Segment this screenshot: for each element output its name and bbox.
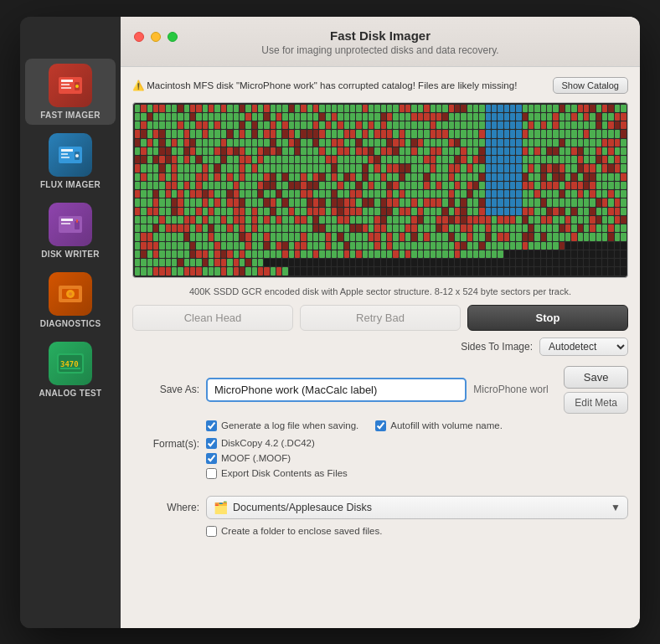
autofill-volume-label: Autofill with volume name.: [390, 420, 503, 430]
disk-cell: [276, 164, 281, 172]
disk-cell: [602, 259, 607, 266]
close-button[interactable]: [134, 32, 144, 42]
svg-rect-13: [61, 219, 73, 221]
autofill-volume-checkbox-label[interactable]: Autofill with volume name.: [375, 420, 503, 431]
disk-cell: [135, 259, 140, 266]
disk-cell: [338, 233, 343, 240]
disk-cell: [461, 182, 466, 189]
disk-cell: [596, 224, 601, 232]
generate-log-checkbox[interactable]: [206, 420, 217, 431]
disk-cell: [608, 105, 613, 112]
sidebar-item-flux-imager[interactable]: FLUX IMAGER: [25, 128, 116, 194]
disk-cell: [214, 130, 219, 137]
disk-cell: [184, 182, 189, 189]
disk-cell: [547, 113, 552, 121]
disk-cell: [449, 147, 454, 155]
disk-cell: [258, 156, 263, 163]
disk-cell: [615, 113, 620, 121]
disk-cell: [313, 113, 318, 121]
disk-cell: [184, 224, 189, 232]
sidebar-item-diagnostics[interactable]: DIAGNOSTICS: [25, 267, 116, 333]
disk-cell: [400, 121, 405, 129]
disk-cell: [214, 164, 219, 172]
disk-cell: [621, 147, 626, 155]
disk-cell: [196, 216, 201, 224]
disk-cell: [418, 267, 423, 275]
disk-cell: [498, 164, 503, 172]
retry-bad-button[interactable]: Retry Bad: [300, 305, 461, 331]
sides-select[interactable]: Autodetect Side 1 Side 2 Both: [539, 337, 628, 356]
disk-cell: [553, 139, 558, 147]
create-folder-checkbox-label[interactable]: Create a folder to enclose saved files.: [206, 526, 382, 537]
edit-meta-button[interactable]: Edit Meta: [564, 392, 628, 414]
disk-cell: [534, 267, 539, 275]
disk-cell: [479, 250, 484, 258]
disk-cell: [338, 190, 343, 198]
diskcopy-checkbox[interactable]: [206, 438, 217, 449]
disk-cell: [363, 147, 368, 155]
disk-cell: [596, 105, 601, 112]
disk-cell: [172, 224, 177, 232]
sidebar-item-fast-imager[interactable]: FAST IMAGER: [25, 59, 116, 125]
disk-cell: [510, 130, 515, 137]
disk-cell: [393, 208, 398, 215]
disk-cell: [621, 233, 626, 240]
save-as-input[interactable]: [206, 378, 467, 402]
disk-cell: [245, 198, 250, 206]
disk-cell: [455, 130, 460, 137]
disk-cell: [240, 267, 245, 275]
disk-cell: [326, 182, 331, 189]
disk-cell: [289, 267, 294, 275]
export-checkbox-label[interactable]: Export Disk Contents as Files: [206, 468, 348, 479]
disk-cell: [431, 182, 436, 189]
show-catalog-button[interactable]: Show Catalog: [553, 77, 629, 94]
maximize-button[interactable]: [168, 32, 178, 42]
disk-cell: [473, 105, 478, 112]
generate-log-checkbox-label[interactable]: Generate a log file when saving.: [206, 420, 358, 431]
minimize-button[interactable]: [151, 32, 161, 42]
disk-cell: [608, 198, 613, 206]
diskcopy-checkbox-label[interactable]: DiskCopy 4.2 (.DC42): [206, 438, 348, 449]
moof-checkbox-label[interactable]: MOOF (.MOOF): [206, 453, 348, 464]
disk-cell: [449, 173, 454, 181]
disk-cell: [301, 216, 306, 224]
disk-cell: [547, 164, 552, 172]
disk-cell: [240, 242, 245, 250]
sidebar-item-analog-test[interactable]: 3470 ANALOG TEST: [25, 337, 116, 403]
disk-cell: [282, 198, 287, 206]
create-folder-checkbox[interactable]: [206, 526, 217, 537]
save-button[interactable]: Save: [564, 366, 628, 389]
disk-cell: [141, 216, 146, 224]
disk-cell: [332, 130, 337, 137]
disk-cell: [178, 216, 183, 224]
autofill-volume-checkbox[interactable]: [375, 420, 386, 431]
disk-cell: [541, 113, 546, 121]
sidebar-item-disk-writer[interactable]: DISK WRITER: [25, 198, 116, 264]
disk-cell: [319, 233, 324, 240]
disk-cell: [615, 242, 620, 250]
disk-cell: [295, 139, 300, 147]
disk-cell: [608, 267, 613, 275]
stop-button[interactable]: Stop: [467, 305, 628, 331]
disk-cell: [258, 164, 263, 172]
where-select-button[interactable]: 🗂️ Documents/Applesauce Disks ▼: [206, 496, 628, 519]
disk-cell: [258, 224, 263, 232]
disk-cell: [492, 113, 497, 121]
disk-cell: [498, 242, 503, 250]
export-checkbox[interactable]: [206, 468, 217, 479]
disk-cell: [374, 242, 379, 250]
disk-cell: [344, 250, 349, 258]
disk-cell: [510, 208, 515, 215]
disk-cell: [264, 113, 269, 121]
moof-checkbox[interactable]: [206, 453, 217, 464]
disk-cell: [196, 105, 201, 112]
disk-cell: [166, 182, 171, 189]
disk-cell: [203, 259, 208, 266]
disk-cell: [258, 250, 263, 258]
disk-cell: [153, 208, 158, 215]
disk-cell: [559, 121, 565, 129]
disk-cell: [424, 242, 429, 250]
disk-cell: [172, 113, 177, 121]
clean-head-button[interactable]: Clean Head: [132, 305, 293, 331]
disk-row: [135, 190, 626, 198]
